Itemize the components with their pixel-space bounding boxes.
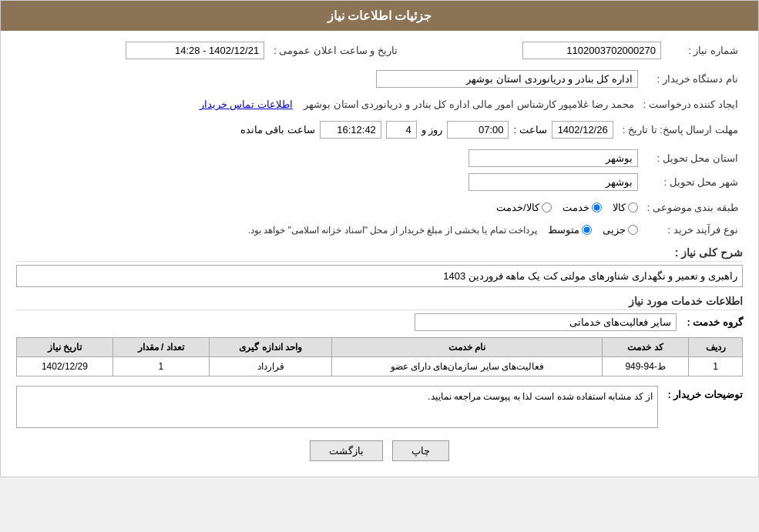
gorohe-khadamat-row: گروه خدمت : سایر فعالیت‌های خدماتی: [16, 313, 743, 331]
tabaqe-section: طبقه بندی موضوعی : کالا خدمت: [16, 199, 743, 216]
shahr-label: شهر محل تحویل :: [664, 176, 738, 188]
tabaqe-label: طبقه بندی موضوعی :: [647, 202, 738, 213]
print-button[interactable]: چاپ: [392, 440, 449, 461]
tarikh-elan-value: 1402/12/21 - 14:28: [126, 42, 264, 59]
table-cell-tedad: 1: [113, 357, 209, 376]
toseeh-section: توضیحات خریدار : از کد مشابه استفاده شده…: [16, 386, 743, 428]
sharh-label: شرح کلی نیاز :: [675, 246, 743, 259]
services-table: ردیف کد خدمت نام خدمت واحد اندازه گیری ت…: [16, 337, 743, 376]
mohlat-label: مهلت ارسال پاسخ: تا تاریخ :: [623, 124, 738, 136]
khadamat-section-title: اطلاعات خدمات مورد نیاز: [16, 295, 743, 310]
sharh-section-title: شرح کلی نیاز :: [16, 246, 743, 262]
sharh-value: راهبری و تعمیر و نگهداری شناورهای مولتی …: [16, 265, 743, 287]
radio-kala-label: کالا: [613, 202, 626, 213]
radio-motevaset-item: متوسط: [548, 224, 592, 236]
col-tarikh: تاریخ نیاز: [17, 338, 113, 357]
mohlat-section: مهلت ارسال پاسخ: تا تاریخ : 1402/12/26 س…: [16, 118, 743, 142]
col-vahed: واحد اندازه گیری: [209, 338, 332, 357]
toseeh-label: توضیحات خریدار :: [666, 386, 743, 400]
radio-kala-item: کالا: [613, 202, 638, 213]
gorohe-khadamat-label: گروه خدمت :: [681, 316, 743, 328]
header-title: جزئیات اطلاعات نیاز: [327, 9, 432, 22]
main-content: شماره نیاز : 1102003702000270 تاریخ و سا…: [1, 31, 758, 477]
radio-khadamat[interactable]: [592, 202, 602, 212]
radio-motevaset[interactable]: [582, 225, 592, 235]
radio-kala-khadamat-label: کالا/خدمت: [496, 202, 539, 213]
radio-kala-khadamat-item: کالا/خدمت: [496, 202, 552, 213]
radio-jozei[interactable]: [628, 225, 638, 235]
mohlat-saat-label: ساعت :: [513, 124, 546, 136]
khadamat-label: اطلاعات خدمات مورد نیاز: [629, 295, 743, 307]
tarikh-elan-label: تاریخ و ساعت اعلان عمومی :: [274, 45, 398, 56]
radio-kala[interactable]: [628, 202, 638, 212]
table-cell-tarikh: 1402/12/29: [17, 357, 113, 376]
table-header-row: ردیف کد خدمت نام خدمت واحد اندازه گیری ت…: [17, 338, 743, 357]
back-button[interactable]: بازگشت: [310, 440, 383, 461]
shomare-niaz-value: 1102003702000270: [522, 42, 661, 59]
tabaqe-radio-group: کالا خدمت کالا/خدمت: [21, 202, 638, 213]
button-row: چاپ بازگشت: [16, 440, 743, 461]
ostan-value: بوشهر: [468, 149, 638, 167]
table-row: 1ط-94-949فعالیت‌های سایر سازمان‌های دارا…: [17, 357, 743, 376]
ijad-label: ایجاد کننده درخواست :: [643, 99, 738, 110]
mohlat-saat-mande: 16:12:42: [320, 121, 381, 139]
ijad-value: محمد رضا غلامپور کارشناس امور مالی اداره…: [304, 99, 633, 110]
col-name: نام خدمت: [332, 338, 602, 357]
col-tedad: تعداد / مقدار: [113, 338, 209, 357]
table-cell-vahed: قرارداد: [209, 357, 332, 376]
services-tbody: 1ط-94-949فعالیت‌های سایر سازمان‌های دارا…: [17, 357, 743, 376]
mohlat-rooz: 4: [386, 121, 417, 139]
mohlat-rooz-label: روز و: [421, 124, 443, 136]
page-header: جزئیات اطلاعات نیاز: [1, 1, 758, 31]
name-dastgah-value: اداره کل بنادر و دریانوردی استان بوشهر: [376, 70, 638, 88]
table-cell-name: فعالیت‌های سایر سازمان‌های دارای عضو: [332, 357, 602, 376]
radio-khadamat-label: خدمت: [563, 202, 589, 213]
shahr-value: بوشهر: [468, 173, 638, 191]
contact-link[interactable]: اطلاعات تماس خریدار: [200, 99, 293, 110]
page-wrapper: جزئیات اطلاعات نیاز شماره نیاز : 1102003…: [0, 0, 759, 477]
radio-jozei-item: جزیی: [603, 224, 638, 236]
table-cell-radif: 1: [689, 357, 743, 376]
gorohe-khadamat-value: سایر فعالیت‌های خدماتی: [415, 313, 677, 331]
radio-motevaset-label: متوسط: [548, 224, 579, 236]
mohlat-saat: 07:00: [447, 121, 509, 139]
table-cell-kod: ط-94-949: [602, 357, 688, 376]
mohlat-date: 1402/12/26: [552, 121, 613, 139]
noe-radio-group: جزیی متوسط پرداخت تمام یا بخشی از مبلغ خ…: [21, 224, 638, 236]
radio-kala-khadamat[interactable]: [542, 202, 552, 212]
noe-farayand-section: نوع فرآیند خرید : جزیی متوسط پرداخت تمام…: [16, 221, 743, 239]
mohlat-saat-mande-label: ساعت باقی مانده: [240, 124, 315, 136]
col-radif: ردیف: [689, 338, 743, 357]
toseeh-content: از کد مشابه استفاده شده است لذا به پیوست…: [16, 386, 658, 428]
shomare-niaz-label: شماره نیاز :: [688, 45, 738, 56]
location-section: استان محل تحویل : بوشهر شهر محل تحویل : …: [16, 146, 743, 194]
name-dastgah-label: نام دستگاه خریدار :: [657, 73, 738, 85]
toseeh-value: از کد مشابه استفاده شده است لذا به پیوست…: [428, 391, 653, 402]
radio-jozei-label: جزیی: [603, 224, 626, 236]
dastgah-section: نام دستگاه خریدار : اداره کل بنادر و دری…: [16, 67, 743, 91]
col-kod: کد خدمت: [602, 338, 688, 357]
ijad-section: ایجاد کننده درخواست : محمد رضا غلامپور ک…: [16, 95, 743, 113]
noe-description: پرداخت تمام یا بخشی از مبلغ خریدار از مح…: [248, 225, 537, 236]
ostan-label: استان محل تحویل :: [657, 152, 738, 164]
noe-farayand-label: نوع فرآیند خرید :: [668, 224, 738, 236]
radio-khadamat-item: خدمت: [563, 202, 602, 213]
info-section: شماره نیاز : 1102003702000270 تاریخ و سا…: [16, 38, 743, 62]
